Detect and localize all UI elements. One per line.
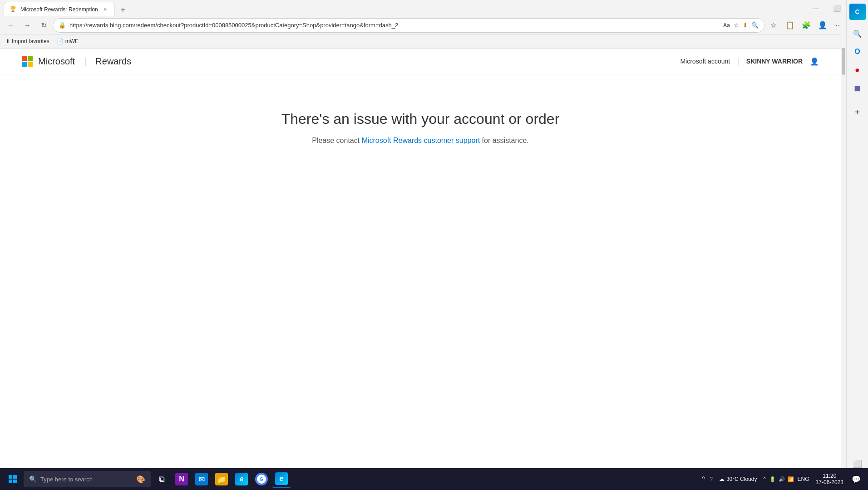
url-input[interactable] <box>69 22 720 29</box>
error-subtitle: Please contact Microsoft Rewards custome… <box>312 137 529 145</box>
taskbar-search-icon: 🔍 <box>29 475 37 483</box>
bookmarks-bar: ⬆ Import favorites 📄 mWE <box>0 34 868 48</box>
tray-arrow-icon[interactable]: ^ <box>761 476 767 482</box>
tab-title: Microsoft Rewards: Redemption <box>20 6 98 13</box>
scrollbar-thumb[interactable] <box>842 48 845 75</box>
weather-text: 30°C Cloudy <box>726 476 757 482</box>
lock-icon: 🔒 <box>59 22 66 29</box>
microsoft-logo <box>22 56 33 67</box>
search-icon[interactable]: 🔍 <box>751 22 759 29</box>
scrollbar <box>841 0 846 490</box>
tab-close-button[interactable]: × <box>102 6 109 13</box>
sidebar-add-icon[interactable]: + <box>849 104 866 120</box>
refresh-button[interactable]: ↻ <box>36 18 51 33</box>
taskbar: 🔍 Type here to search 🎨 ⧉ N ✉ 📁 e G e ^ … <box>0 468 868 490</box>
mwe-icon: 📄 <box>57 38 64 44</box>
colorful-search-icon: 🎨 <box>136 475 145 484</box>
rewards-text: Rewards <box>95 56 131 67</box>
toolbar: ← → ↻ 🔒 Aa ☆ ⬇ 🔍 ☆ 📋 🧩 👤 ⋯ C <box>0 16 868 34</box>
sidebar-purple-icon[interactable]: ◼ <box>849 80 866 96</box>
task-view-button[interactable]: ⧉ <box>153 470 171 488</box>
volume-icon[interactable]: 🔊 <box>778 476 786 482</box>
windows-logo <box>9 475 17 483</box>
taskbar-onenote-icon[interactable]: N <box>173 470 191 488</box>
battery-icon[interactable]: 🔋 <box>769 476 777 482</box>
active-tab[interactable]: 🏆 Microsoft Rewards: Redemption × <box>4 2 115 16</box>
network-icon[interactable]: 📶 <box>787 476 795 482</box>
sidebar-divider <box>852 100 863 100</box>
microsoft-text: Microsoft <box>38 56 75 67</box>
import-favorites-icon: ⬆ <box>5 38 10 44</box>
tray-icons[interactable]: ^ <box>700 475 707 483</box>
collections-button[interactable]: 📋 <box>783 18 797 33</box>
weather-widget[interactable]: ☁ 30°C Cloudy <box>715 476 761 482</box>
profile-button[interactable]: 👤 <box>815 18 830 33</box>
sidebar-search-icon[interactable]: 🔍 <box>849 25 866 42</box>
start-button[interactable] <box>4 470 22 488</box>
help-desk-icon[interactable]: ? <box>708 476 715 482</box>
support-link[interactable]: Microsoft Rewards customer support <box>362 137 480 144</box>
bookmark-mwe[interactable]: 📄 mWE <box>57 38 79 44</box>
time-text: 11:20 <box>823 473 836 479</box>
taskbar-explorer-icon[interactable]: 📁 <box>212 470 231 488</box>
error-content: There's an issue with your account or or… <box>0 74 841 181</box>
notification-center-button[interactable]: 💬 <box>848 470 864 488</box>
address-bar[interactable]: 🔒 Aa ☆ ⬇ 🔍 <box>53 18 764 33</box>
right-sidebar: C 🔍 O ● ◼ + ⬜ ⚙ <box>846 0 868 490</box>
taskbar-mail-icon[interactable]: ✉ <box>192 470 211 488</box>
language-indicator[interactable]: ENG <box>796 476 811 482</box>
username-text: SKINNY WARRIOR <box>746 58 803 65</box>
system-tray: ^ ? ☁ 30°C Cloudy ^ 🔋 🔊 📶 ENG 11:20 17-0… <box>700 470 864 488</box>
minimize-button[interactable]: — <box>805 0 826 16</box>
page-content: Microsoft | Rewards Microsoft account | … <box>0 49 841 415</box>
clock[interactable]: 11:20 17-06-2023 <box>812 473 847 485</box>
logo-separator: | <box>84 56 86 67</box>
back-button[interactable]: ← <box>4 18 18 33</box>
user-icon[interactable]: 👤 <box>810 57 819 66</box>
sidebar-red-icon[interactable]: ● <box>849 62 866 78</box>
sidebar-outlook-icon[interactable]: O <box>849 44 866 60</box>
tab-favicon: 🏆 <box>10 6 17 13</box>
chevron-icon[interactable]: ^ <box>702 475 705 483</box>
sidebar-copilot-icon[interactable]: C <box>849 4 866 20</box>
reader-icon[interactable]: Aa <box>723 22 730 29</box>
extensions-button[interactable]: 🧩 <box>799 18 814 33</box>
error-post-link-text: for assistance. <box>480 137 529 144</box>
taskbar-edge-icon[interactable]: e <box>232 470 251 488</box>
error-title: There's an issue with your account or or… <box>281 111 560 127</box>
main-area: Microsoft | Rewards Microsoft account | … <box>0 49 868 466</box>
bookmark-import-favorites[interactable]: ⬆ Import favorites <box>5 38 49 44</box>
taskbar-search-text: Type here to search <box>40 476 93 483</box>
weather-icon: ☁ <box>719 476 725 482</box>
taskbar-chrome-icon[interactable]: G <box>252 470 271 488</box>
collections-icon[interactable]: ⬇ <box>743 22 748 29</box>
favorites-icon[interactable]: ☆ <box>734 22 739 29</box>
browser-chrome: 🏆 Microsoft Rewards: Redemption × + — ⬜ … <box>0 0 868 49</box>
error-pre-link-text: Please contact <box>312 137 361 144</box>
date-text: 17-06-2023 <box>816 479 843 485</box>
site-header: Microsoft | Rewards Microsoft account | … <box>0 49 841 74</box>
header-right-separator: | <box>737 58 739 65</box>
tab-bar: 🏆 Microsoft Rewards: Redemption × + — ⬜ … <box>0 0 868 16</box>
new-tab-button[interactable]: + <box>117 4 129 16</box>
site-logo: Microsoft | Rewards <box>22 56 131 67</box>
favorites-bar-button[interactable]: ☆ <box>766 18 781 33</box>
taskbar-edge-active-icon[interactable]: e <box>272 470 291 488</box>
microsoft-account-link[interactable]: Microsoft account <box>680 58 730 65</box>
taskbar-search-bar[interactable]: 🔍 Type here to search 🎨 <box>24 471 151 487</box>
forward-button[interactable]: → <box>20 18 35 33</box>
header-right: Microsoft account | SKINNY WARRIOR 👤 <box>680 57 819 66</box>
